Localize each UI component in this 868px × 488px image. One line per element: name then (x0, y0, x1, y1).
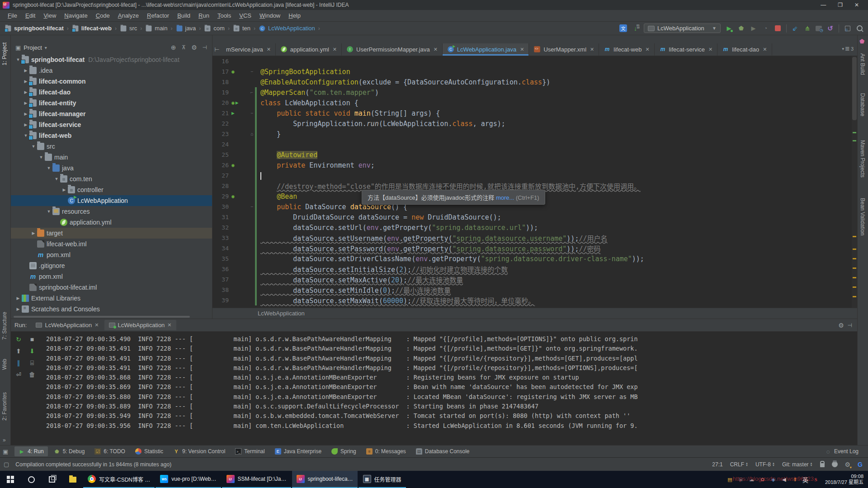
tree-row[interactable]: ▶External Libraries (11, 293, 212, 304)
cloud-icon[interactable]: ☁ (748, 476, 755, 483)
editor-tab-lifecat-dao[interactable]: lifecat-dao✕ (717, 43, 772, 56)
spring-bean-icon[interactable]: ◉ (231, 100, 235, 106)
tree-row[interactable]: ▶lifecat-manager (11, 108, 212, 119)
close-icon[interactable]: ✕ (590, 47, 594, 52)
editor-scrollbar[interactable] (852, 57, 857, 120)
monitor-icon[interactable]: ⌸ (28, 359, 36, 367)
debug-button[interactable] (737, 24, 745, 32)
toolwindow-switcher-icon[interactable]: ▣ (3, 448, 8, 455)
network-icon[interactable]: ◈ (770, 476, 777, 483)
breadcrumb-item[interactable]: LcWebApplication (259, 25, 315, 32)
close-button[interactable]: ✕ (854, 2, 859, 8)
display-icon[interactable]: ⌸ (737, 476, 744, 483)
gear-icon[interactable] (190, 43, 198, 51)
tree-row[interactable]: ▶lifecat-entity (11, 98, 212, 108)
run-tab[interactable]: LcWebApplication✕ (104, 320, 176, 330)
close-icon[interactable]: ✕ (520, 47, 524, 52)
menu-item-tools[interactable]: Tools (213, 11, 235, 20)
tree-row[interactable]: ▼main (11, 152, 212, 163)
tool-strip-ant-build[interactable]: Ant Build (859, 53, 866, 75)
menu-item-edit[interactable]: Edit (21, 11, 39, 20)
local-history-icon[interactable] (816, 26, 822, 31)
close-icon[interactable]: ✕ (267, 47, 271, 52)
run-with-coverage-button[interactable] (750, 24, 757, 32)
tool-strip-7-structure[interactable]: 7: Structure (1, 312, 8, 340)
editor-breadcrumb-bar[interactable]: LcWebApplication (212, 308, 857, 319)
toolwindow-button-0-messages[interactable]: 0: Messages (362, 446, 410, 456)
breadcrumb-item[interactable]: springboot-lifecat (5, 25, 64, 32)
hide-run-panel-icon[interactable] (846, 321, 854, 329)
breadcrumb-item[interactable]: com (204, 25, 225, 32)
close-icon[interactable]: ✕ (94, 322, 99, 328)
taskbar-clock[interactable]: 09:08 2018/7/27 星期五 (823, 474, 863, 485)
tree-row[interactable]: pom.xml (11, 249, 212, 260)
tree-row[interactable]: ▼resources (11, 206, 212, 217)
tool-strip-web[interactable]: Web (1, 359, 8, 370)
toolwindow-button-spring[interactable]: Spring (327, 446, 360, 456)
task-view-button[interactable] (42, 471, 62, 488)
google-icon[interactable]: G (858, 461, 863, 468)
tree-row[interactable]: lifecat-web.iml (11, 239, 212, 249)
error-stripe-mark[interactable] (853, 132, 856, 133)
toolwindow-button-5-debug[interactable]: 5: Debug (50, 446, 89, 456)
editor-tab-lifecat-service[interactable]: lifecat-service✕ (655, 43, 718, 56)
horizontal-scrollbar[interactable] (14, 316, 190, 318)
menu-item-vcs[interactable]: VCS (235, 11, 255, 20)
taskbar-app[interactable]: 写文章-CSDN博客 … (83, 471, 155, 488)
error-stripe-mark[interactable] (853, 140, 856, 141)
toolwindow-button-6-todo[interactable]: 6: TODO (90, 446, 129, 456)
vcs-update-icon[interactable] (791, 24, 799, 32)
down-stack-icon[interactable]: ⬇ (28, 347, 36, 355)
tree-row[interactable]: ▼com.ten (11, 174, 212, 184)
soft-wrap-icon[interactable]: ⏎ (14, 371, 23, 379)
tree-row[interactable]: ▼springboot-lifecatD:\JavaProject\spring… (11, 54, 212, 65)
tree-row[interactable]: ▶lifecat-service (11, 119, 212, 130)
vcs-share-icon[interactable] (803, 24, 811, 32)
fold-marker[interactable]: − (249, 204, 255, 209)
tree-row[interactable]: ▼src (11, 141, 212, 152)
up-stack-icon[interactable]: ⬆ (14, 347, 23, 355)
update-icon[interactable]: ⬆ (792, 476, 798, 483)
tree-row[interactable]: ▶target (11, 228, 212, 239)
tree-expanded-arrow[interactable]: ▼ (45, 209, 52, 214)
csdn-tray-icon[interactable]: S (812, 476, 819, 483)
tree-expanded-arrow[interactable]: ▼ (30, 144, 37, 149)
menu-item-file[interactable]: File (4, 11, 21, 20)
rerun-icon[interactable]: ↻ (14, 335, 23, 343)
fold-marker[interactable]: − (249, 111, 255, 116)
menu-item-navigate[interactable]: Navigate (60, 11, 91, 20)
fold-marker[interactable]: − (249, 69, 255, 74)
breadcrumb-item[interactable]: main (145, 25, 167, 32)
fold-marker[interactable]: ⌐ (249, 90, 255, 95)
tree-row[interactable]: ▼java (11, 163, 212, 174)
tool-strip-maven-projects[interactable]: Maven Projects (859, 140, 866, 178)
input-language-indicator[interactable]: 英 (802, 475, 808, 484)
minimize-button[interactable]: — (821, 2, 826, 8)
sort-lines-icon[interactable] (632, 24, 639, 32)
error-stripe-mark[interactable] (853, 286, 856, 288)
taskbar-app[interactable]: SSM-lifecat [D:\Ja… (222, 471, 291, 488)
spring-bean-icon[interactable]: ◉ (231, 69, 235, 75)
maximize-button[interactable]: ❐ (838, 2, 843, 8)
error-stripe-mark[interactable] (853, 267, 856, 269)
error-stripe[interactable] (852, 56, 857, 308)
tree-collapsed-arrow[interactable]: ▶ (30, 231, 37, 235)
taskbar-app[interactable]: 任务管理器 (359, 471, 406, 488)
tree-collapsed-arrow[interactable]: ▶ (14, 307, 22, 311)
tree-collapsed-arrow[interactable]: ▶ (14, 296, 22, 300)
profiler-button[interactable] (762, 24, 769, 32)
tree-expanded-arrow[interactable]: ▼ (53, 177, 60, 181)
cortana-button[interactable] (21, 471, 42, 488)
toolwindow-button-4-run[interactable]: 4: Run (14, 446, 47, 456)
security-icon[interactable]: ✿ (759, 476, 766, 483)
tree-row[interactable]: ▶.idea (11, 65, 212, 76)
tree-collapsed-arrow[interactable]: ▶ (22, 68, 29, 73)
toolwindow-button-database-console[interactable]: Database Console (412, 446, 474, 456)
tree-row[interactable]: ▶lifecat-common (11, 76, 212, 87)
tree-row[interactable]: ▶lifecat-dao (11, 87, 212, 98)
tree-row[interactable]: pom.xml (11, 271, 212, 282)
tool-strip-2-favorites[interactable]: 2: Favorites (1, 392, 8, 421)
run-line-icon[interactable]: ▶ (231, 110, 235, 116)
csdn-app-icon[interactable]: ▤ (726, 476, 733, 483)
run-configuration-select[interactable]: LcWebApplication ▼ (644, 23, 721, 33)
